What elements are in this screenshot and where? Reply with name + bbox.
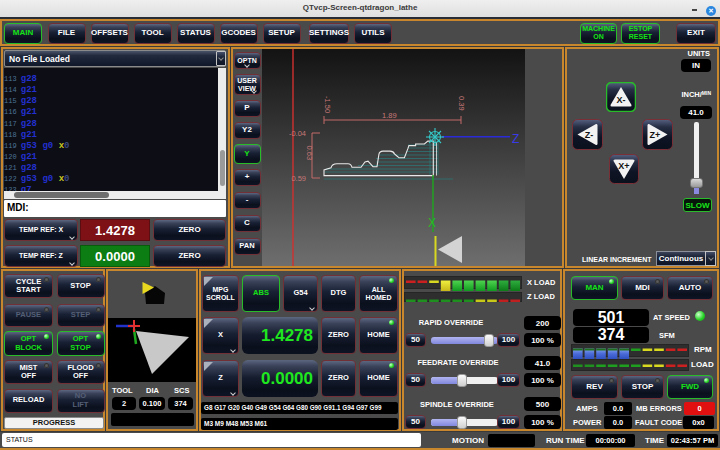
svg-text:X+: X+	[618, 161, 629, 171]
svg-text:-1.50: -1.50	[323, 96, 332, 113]
svg-text:0.59: 0.59	[291, 174, 306, 183]
svg-text:Z+: Z+	[650, 130, 661, 140]
svg-text:Z-: Z-	[585, 130, 594, 140]
svg-text:X: X	[428, 216, 436, 230]
svg-text:-0.04: -0.04	[289, 129, 306, 138]
svg-text:1.89: 1.89	[382, 111, 397, 120]
svg-text:X-: X-	[617, 95, 626, 105]
svg-text:Z: Z	[512, 132, 519, 146]
svg-text:0.63: 0.63	[305, 146, 314, 161]
svg-text:0.39: 0.39	[457, 96, 466, 111]
